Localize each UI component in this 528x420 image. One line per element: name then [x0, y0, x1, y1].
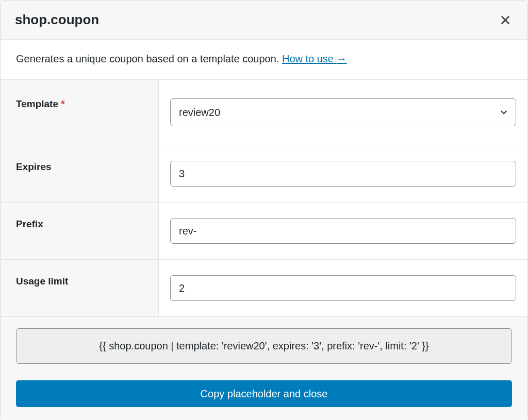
usage-limit-input[interactable] — [170, 275, 516, 301]
modal-title: shop.coupon — [15, 12, 99, 28]
close-icon — [500, 14, 511, 26]
usage-limit-control — [159, 260, 527, 316]
modal-header: shop.coupon — [1, 1, 527, 40]
expires-control — [159, 145, 527, 202]
prefix-label: Prefix — [1, 203, 159, 259]
placeholder-code-box[interactable]: {{ shop.coupon | template: 'review20', e… — [16, 328, 512, 364]
template-label-text: Template — [16, 98, 58, 109]
prefix-row: Prefix — [1, 203, 527, 260]
usage-limit-row: Usage limit — [1, 260, 527, 317]
prefix-control — [159, 203, 527, 259]
expires-input[interactable] — [170, 161, 516, 187]
copy-placeholder-close-button[interactable]: Copy placeholder and close — [16, 380, 512, 407]
expires-row: Expires — [1, 145, 527, 203]
action-area: Copy placeholder and close — [1, 369, 527, 420]
prefix-input[interactable] — [170, 218, 516, 244]
usage-limit-label: Usage limit — [1, 260, 159, 316]
close-button[interactable] — [498, 12, 513, 28]
coupon-modal: shop.coupon Generates a unique coupon ba… — [0, 0, 528, 420]
template-label: Template * — [1, 80, 159, 145]
required-asterisk: * — [61, 98, 64, 109]
template-select[interactable]: review20 — [170, 98, 516, 126]
description-text: Generates a unique coupon based on a tem… — [16, 53, 282, 64]
arrow-right-icon: → — [337, 53, 347, 64]
how-to-use-link[interactable]: How to use → — [282, 53, 347, 64]
template-control: review20 — [159, 80, 527, 145]
template-select-wrap: review20 — [170, 98, 516, 126]
template-select-value: review20 — [179, 107, 220, 119]
how-to-use-link-text: How to use — [282, 53, 334, 64]
placeholder-code-area: {{ shop.coupon | template: 'review20', e… — [1, 317, 527, 369]
modal-description: Generates a unique coupon based on a tem… — [1, 40, 527, 80]
template-row: Template * review20 — [1, 80, 527, 145]
expires-label: Expires — [1, 145, 159, 202]
